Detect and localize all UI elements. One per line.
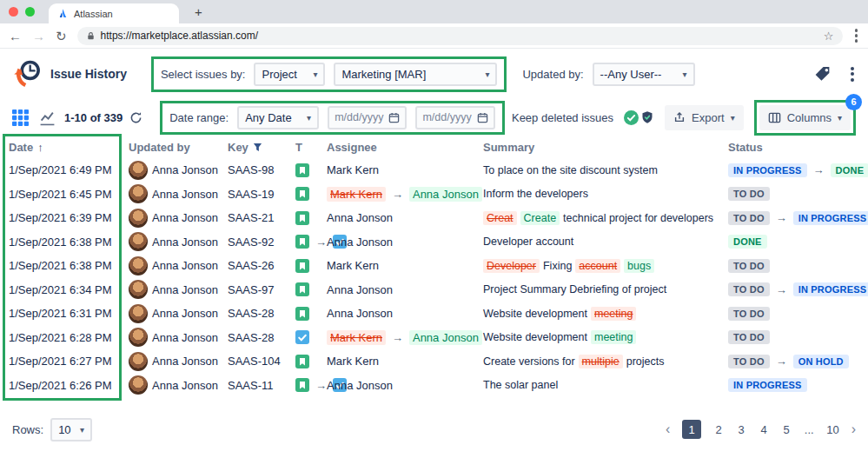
page-button[interactable]: 2 <box>713 423 724 436</box>
window-controls <box>9 0 35 23</box>
cell-assignee: Mark Kern→Anna Jonson <box>327 187 483 202</box>
avatar <box>129 352 148 371</box>
date-to-input[interactable]: m/dd/yyyy <box>415 106 494 129</box>
select-value: Marketing [MAR] <box>341 68 426 81</box>
prev-page-button[interactable]: ‹ <box>666 421 670 437</box>
window-maximize-button[interactable] <box>25 7 35 17</box>
column-header-key[interactable]: Key <box>228 141 295 154</box>
cell-key: SAAS-11 <box>228 379 295 392</box>
select-value: --Any User-- <box>600 68 662 81</box>
reload-button[interactable]: ↻ <box>56 30 67 43</box>
table-row[interactable]: 1/Sep/2021 6:31 PMAnna JonsonSAAS-28Anna… <box>0 302 868 326</box>
refresh-icon[interactable] <box>129 111 142 124</box>
table-row[interactable]: 1/Sep/2021 6:26 PMAnna JonsonSAAS-11→Ann… <box>0 374 868 398</box>
cell-assignee: Anna Jonson <box>327 236 483 249</box>
page-button[interactable]: 1 <box>682 420 701 439</box>
story-type-icon <box>295 211 309 225</box>
filter-funnel-icon[interactable] <box>253 143 262 152</box>
updated-by-dropdown[interactable]: --Any User-- ▾ <box>593 63 695 86</box>
toolbar: 1-10 of 339 Date range: Any Date ▾ m/dd/… <box>0 99 868 136</box>
summary-text-removed: meeting <box>591 307 636 321</box>
keep-deleted-toggle[interactable] <box>624 110 654 125</box>
updated-by-name: Anna Jonson <box>152 307 218 320</box>
table-row[interactable]: 1/Sep/2021 6:34 PMAnna JonsonSAAS-97Anna… <box>0 278 868 302</box>
table-row[interactable]: 1/Sep/2021 6:28 PMAnna JonsonSAAS-28Mark… <box>0 326 868 350</box>
cell-status: DONE <box>728 235 868 249</box>
status-badge: TO DO <box>728 307 770 321</box>
cell-type: → <box>295 378 327 392</box>
chart-view-icon[interactable] <box>39 110 56 126</box>
date-placeholder: m/dd/yyyy <box>422 111 471 123</box>
cell-assignee: Anna Jonson <box>327 379 483 392</box>
cell-summary: To place on the site discount system <box>483 164 728 176</box>
cell-summary: The solar panel <box>483 379 728 391</box>
tag-icon[interactable] <box>813 65 832 83</box>
date-from-input[interactable]: m/dd/yyyy <box>328 106 407 129</box>
export-icon <box>673 111 686 123</box>
back-button[interactable]: ← <box>9 30 22 43</box>
assignee-name: Anna Jonson <box>327 379 393 392</box>
summary-text-plain: Website development <box>483 308 587 320</box>
date-range-label: Date range: <box>169 111 229 124</box>
column-header-assignee: Assignee <box>327 141 483 154</box>
cell-updated-by: Anna Jonson <box>129 209 228 228</box>
date-range-dropdown[interactable]: Any Date ▾ <box>237 106 319 129</box>
atlassian-favicon <box>57 8 69 19</box>
keep-deleted-label: Keep deleted issues <box>512 111 613 124</box>
pagination: ‹12345...10› <box>666 420 856 439</box>
grid-view-icon[interactable] <box>12 110 29 126</box>
project-dropdown[interactable]: Marketing [MAR] ▾ <box>334 63 497 86</box>
columns-button[interactable]: Columns ▾ <box>759 105 851 130</box>
summary-text-removed: account <box>575 259 620 273</box>
annotation-select-issues-by: Select issues by: Project ▾ Marketing [M… <box>151 56 507 92</box>
header-label: Key <box>228 141 248 154</box>
summary-text-plain: projects <box>626 355 665 368</box>
assignee-name: Mark Kern <box>327 355 379 368</box>
table-row[interactable]: 1/Sep/2021 6:45 PMAnna JonsonSAAS-19Mark… <box>0 183 868 207</box>
table-row[interactable]: 1/Sep/2021 6:27 PMAnna JonsonSAAS-104Mar… <box>0 349 868 374</box>
cell-status: IN PROGRESS <box>728 378 868 392</box>
column-header-date[interactable]: Date ↑ <box>9 141 129 154</box>
cell-updated-by: Anna Jonson <box>129 256 228 275</box>
new-tab-button[interactable]: + <box>189 0 208 23</box>
cell-updated-by: Anna Jonson <box>129 352 228 371</box>
export-button[interactable]: Export ▾ <box>665 105 744 130</box>
next-page-button[interactable]: › <box>851 421 856 437</box>
story-type-icon <box>295 163 309 177</box>
calendar-icon <box>477 112 488 123</box>
page-button[interactable]: 3 <box>736 423 746 436</box>
cell-type <box>295 282 327 296</box>
rows-per-page-dropdown[interactable]: 10 ▾ <box>50 418 92 441</box>
forward-button[interactable]: → <box>32 30 45 43</box>
url-text: https://marketplace.atlassian.com/ <box>101 30 258 42</box>
change-arrow-icon: → <box>315 379 327 392</box>
assignee-old: Mark Kern <box>327 330 386 345</box>
change-arrow-icon: → <box>315 236 327 249</box>
status-badge: TO DO <box>728 187 770 201</box>
page-button[interactable]: 4 <box>759 423 769 436</box>
cell-summary: Developer account <box>483 236 728 248</box>
browser-menu-button[interactable] <box>853 27 860 44</box>
cell-date: 1/Sep/2021 6:39 PM <box>9 211 129 224</box>
header-label: Summary <box>483 141 534 154</box>
avatar <box>129 304 148 323</box>
summary-text-plain: Project Summary Debriefing of project <box>483 283 666 295</box>
assignee-new: Anna Jonson <box>409 330 482 345</box>
table-row[interactable]: 1/Sep/2021 6:39 PMAnna JonsonSAAS-21Anna… <box>0 206 868 230</box>
table-row[interactable]: 1/Sep/2021 6:49 PMAnna JonsonSAAS-98Mark… <box>0 158 868 183</box>
browser-tab[interactable]: Atlassian <box>49 3 179 23</box>
results-count: 1-10 of 339 <box>64 111 123 124</box>
table-row[interactable]: 1/Sep/2021 6:38 PMAnna JonsonSAAS-26Mark… <box>0 254 868 278</box>
story-type-icon <box>295 187 309 201</box>
select-issues-by-dropdown[interactable]: Project ▾ <box>254 63 325 86</box>
app-menu-button[interactable] <box>849 65 856 83</box>
header-label: T <box>295 141 302 154</box>
cell-type: → <box>295 235 327 249</box>
address-bar[interactable]: https://marketplace.atlassian.com/ ☆ <box>77 27 843 45</box>
bookmark-star-icon[interactable]: ☆ <box>824 30 834 43</box>
window-close-button[interactable] <box>9 7 18 17</box>
page-button[interactable]: 5 <box>781 423 792 436</box>
table-row[interactable]: 1/Sep/2021 6:38 PMAnna JonsonSAAS-92→Ann… <box>0 230 868 255</box>
cell-type <box>295 211 327 225</box>
page-button[interactable]: 10 <box>826 423 838 436</box>
